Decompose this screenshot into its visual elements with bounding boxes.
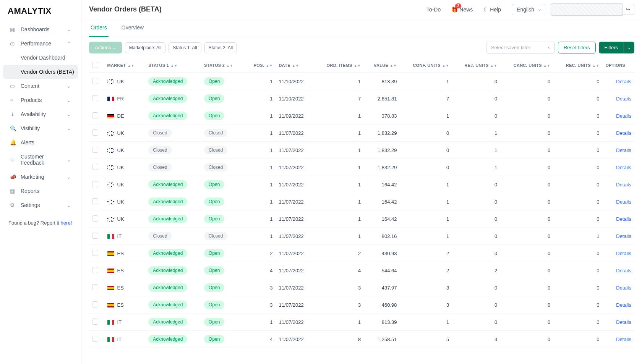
details-link[interactable]: Details <box>616 79 631 84</box>
pos-cell: 2 <box>245 245 276 262</box>
row-checkbox[interactable] <box>92 147 98 153</box>
sidebar-item-alerts[interactable]: 🔔Alerts <box>3 136 78 149</box>
sidebar-sub-vendor-orders-beta-[interactable]: Vendor Orders (BETA) <box>3 65 78 79</box>
details-link[interactable]: Details <box>616 130 631 136</box>
column-header[interactable]: VALUE▲▼ <box>364 58 400 73</box>
column-header[interactable]: REC. UNITS▲▼ <box>553 58 602 73</box>
rec-units-cell: 0 <box>553 176 602 193</box>
grid-icon: ▦ <box>10 26 17 32</box>
sidebar-item-settings[interactable]: ⚙Settings⌄ <box>3 198 78 212</box>
select-all-checkbox[interactable] <box>92 62 98 68</box>
value-cell: 802.16 <box>364 228 400 245</box>
canc-units-cell: 0 <box>500 314 553 331</box>
sidebar-item-availability[interactable]: 🌡Availability⌄ <box>3 107 78 121</box>
canc-units-cell: 0 <box>500 228 553 245</box>
column-header[interactable]: POS.▲▼ <box>245 58 276 73</box>
row-checkbox[interactable] <box>92 284 98 290</box>
sidebar-item-dashboards[interactable]: ▦Dashboards⌄ <box>3 23 78 36</box>
flag-icon <box>107 114 114 118</box>
table-row: UK Acknowledged Open 1 11/07/2022 1 164.… <box>89 210 634 228</box>
chevron-up-icon: ⌃ <box>66 40 71 47</box>
canc-units-cell: 0 <box>500 73 553 90</box>
details-link[interactable]: Details <box>616 285 631 291</box>
details-link[interactable]: Details <box>616 147 631 153</box>
details-link[interactable]: Details <box>616 165 631 170</box>
row-checkbox[interactable] <box>92 112 98 118</box>
sidebar-item-visibility[interactable]: 🔍Visibility⌄ <box>3 121 78 135</box>
row-checkbox[interactable] <box>92 233 98 239</box>
row-checkbox[interactable] <box>92 267 98 273</box>
row-checkbox[interactable] <box>92 181 98 187</box>
column-header[interactable]: CONF. UNITS▲▼ <box>400 58 452 73</box>
reset-filters-button[interactable]: Reset filters <box>558 42 596 53</box>
table-row: IT Acknowledged Open 4 11/07/2022 8 1,25… <box>89 331 634 348</box>
status2-pill: Open <box>204 301 224 309</box>
row-checkbox[interactable] <box>92 336 98 342</box>
table-row: UK Closed Closed 1 11/07/2022 1 1,832.29… <box>89 125 634 142</box>
row-checkbox[interactable] <box>92 129 98 136</box>
details-link[interactable]: Details <box>616 268 631 273</box>
filter-chip[interactable]: Status 1: All <box>169 42 201 53</box>
news-link[interactable]: 🎁 2 News <box>451 6 473 13</box>
sidebar-item-products[interactable]: ≡Products⌄ <box>3 93 78 107</box>
row-checkbox[interactable] <box>92 164 98 170</box>
filters-button[interactable]: Filters <box>599 42 624 53</box>
market-code: ES <box>117 302 124 308</box>
status2-pill: Closed <box>204 163 227 171</box>
saved-filter-select[interactable]: Select saved filter <box>486 42 555 53</box>
details-link[interactable]: Details <box>616 336 631 342</box>
row-checkbox[interactable] <box>92 319 98 325</box>
todo-link[interactable]: To-Do <box>426 6 441 13</box>
ord-items-cell: 7 <box>314 90 364 107</box>
details-link[interactable]: Details <box>616 113 631 119</box>
sidebar-item-content[interactable]: ▭Content⌄ <box>3 79 78 93</box>
tab-overview[interactable]: Overview <box>120 19 145 37</box>
row-checkbox[interactable] <box>92 95 98 101</box>
filter-chip[interactable]: Status 2: All <box>204 42 237 53</box>
column-header[interactable]: DATE▲▼ <box>276 58 314 73</box>
date-cell: 11/07/2022 <box>276 142 314 159</box>
status1-pill: Closed <box>148 163 172 171</box>
column-header: OPTIONS <box>602 58 634 73</box>
details-link[interactable]: Details <box>616 251 631 256</box>
details-link[interactable]: Details <box>616 233 631 239</box>
help-link[interactable]: ☾Help <box>483 6 501 13</box>
actions-button[interactable]: Actions <box>89 42 122 53</box>
logout-button[interactable]: ↪ <box>622 4 634 15</box>
column-header[interactable]: CANC. UNITS▲▼ <box>500 58 553 73</box>
sidebar-item-performance[interactable]: ◷Performance⌃ <box>3 37 78 50</box>
details-link[interactable]: Details <box>616 199 631 205</box>
details-link[interactable]: Details <box>616 216 631 222</box>
user-account-box[interactable] <box>550 3 623 16</box>
bug-report-link[interactable]: here <box>61 220 71 226</box>
chevron-down-icon: ⌄ <box>66 111 71 117</box>
column-header[interactable]: REJ. UNITS▲▼ <box>452 58 500 73</box>
table-row: FR Acknowledged Open 1 11/10/2022 7 2,65… <box>89 90 634 107</box>
status1-pill: Acknowledged <box>148 301 187 309</box>
details-link[interactable]: Details <box>616 302 631 308</box>
flag-icon <box>107 217 114 222</box>
column-header[interactable]: STATUS 1▲▼ <box>145 58 201 73</box>
column-header[interactable]: STATUS 2▲▼ <box>201 58 245 73</box>
filters-dropdown-button[interactable]: ⌄ <box>624 42 634 53</box>
flag-icon <box>107 79 114 84</box>
language-select[interactable]: English <box>512 4 545 15</box>
table-row: UK Acknowledged Open 1 11/07/2022 1 164.… <box>89 176 634 193</box>
sidebar-item-marketing[interactable]: 📣Marketing⌄ <box>3 170 78 184</box>
details-link[interactable]: Details <box>616 96 631 102</box>
column-header[interactable]: ORD. ITEMS▲▼ <box>314 58 364 73</box>
row-checkbox[interactable] <box>92 78 98 84</box>
sidebar-sub-vendor-dashboard[interactable]: Vendor Dashboard <box>3 51 78 65</box>
row-checkbox[interactable] <box>92 301 98 307</box>
sidebar-item-reports[interactable]: ▦Reports <box>3 184 78 198</box>
filter-chip[interactable]: Marketplace: All <box>125 42 166 53</box>
details-link[interactable]: Details <box>616 319 631 325</box>
sidebar-item-customer-feedback[interactable]: ☆Customer Feedback⌄ <box>3 150 78 170</box>
column-header[interactable]: MARKET▲▼ <box>104 58 146 73</box>
details-link[interactable]: Details <box>616 182 631 188</box>
date-cell: 11/10/2022 <box>276 90 314 107</box>
row-checkbox[interactable] <box>92 198 98 204</box>
row-checkbox[interactable] <box>92 215 98 222</box>
row-checkbox[interactable] <box>92 250 98 256</box>
tab-orders[interactable]: Orders <box>89 19 109 37</box>
